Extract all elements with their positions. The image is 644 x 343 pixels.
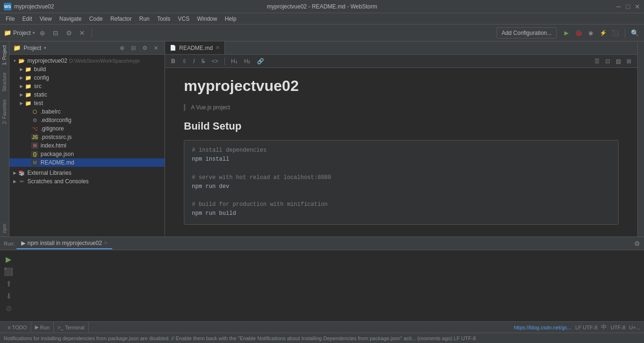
menu-tools[interactable]: Tools — [153, 15, 174, 23]
md-strikethrough-button[interactable]: S̶ — [199, 57, 207, 65]
app-name: myprojectvue02 — [14, 3, 54, 10]
run-clear-button[interactable]: ⊘ — [3, 303, 14, 313]
md-h1-button[interactable]: H₁ — [229, 57, 240, 65]
run-stop-button[interactable]: ⬛ — [3, 266, 14, 277]
tree-packagejson-item[interactable]: {} package.json — [9, 150, 165, 158]
md-split-view-button[interactable]: ⊡ — [603, 57, 612, 65]
menu-file[interactable]: File — [2, 15, 18, 23]
md-link-button[interactable]: 🔗 — [255, 57, 266, 65]
run-label: Run: — [4, 241, 15, 246]
ws-logo: WS — [4, 3, 11, 10]
tree-gitignore-item[interactable]: ⌥ .gitignore — [9, 124, 165, 133]
project-panel: 📁 Project ▾ ⊕ ⊟ ⚙ ✕ ▾ 📂 myprojectvue02 D… — [9, 41, 165, 237]
md-bold-button[interactable]: B — [169, 57, 178, 65]
static-folder-icon: 📁 — [25, 91, 32, 98]
tree-scratches-item[interactable]: ▶ ✏ Scratches and Consoles — [9, 177, 165, 186]
packagejson-label: package.json — [41, 151, 74, 157]
md-something-button[interactable]: ⇳ — [180, 57, 189, 65]
run-controls: ▶ 🐞 ◉ ⚡ ⬛ — [561, 27, 621, 39]
tree-src-item[interactable]: ▶ 📁 src — [9, 82, 165, 90]
menu-navigate[interactable]: Navigate — [56, 15, 85, 23]
md-grid-view-button[interactable]: ⊞ — [624, 57, 634, 65]
tab-readme-close[interactable]: ✕ — [215, 45, 220, 51]
run-tab-npm-close[interactable]: ✕ — [104, 240, 107, 245]
status-terminal[interactable]: >_ Terminal — [54, 322, 89, 333]
search-everywhere-button[interactable]: 🔍 — [629, 27, 640, 39]
bottom-tabs: Run: ▶ npm install in myprojectvue02 ✕ ⚙ — [0, 237, 644, 250]
coverage-button[interactable]: ◉ — [585, 27, 596, 39]
tree-static-item[interactable]: ▶ 📁 static — [9, 90, 165, 99]
maximize-button[interactable]: □ — [625, 4, 631, 9]
run-scroll-bottom-button[interactable]: ⬇ — [3, 291, 14, 301]
panel-settings-icon[interactable]: ⚙ — [140, 43, 149, 53]
minimize-button[interactable]: ─ — [616, 4, 621, 9]
run-play-button[interactable]: ▶ — [3, 254, 14, 264]
tree-postcssrc-item[interactable]: JS .postcssrc.js — [9, 133, 165, 141]
project-tab-vertical[interactable]: 1: Project — [0, 41, 9, 69]
tree-readmemd-item[interactable]: M README.md — [9, 158, 165, 167]
md-code-button[interactable]: <> — [209, 57, 221, 65]
status-todo[interactable]: ≡ TODO — [4, 322, 31, 333]
window-title: myprojectvue02 - README.md - WebStorm — [267, 3, 377, 10]
menu-edit[interactable]: Edit — [18, 15, 36, 23]
close-button[interactable]: ✕ — [635, 4, 640, 9]
title-controls[interactable]: ─ □ ✕ — [616, 4, 640, 9]
run-button[interactable]: ▶ — [561, 27, 572, 39]
project-dropdown-arrow: ▾ — [33, 30, 35, 35]
add-configuration-button[interactable]: Add Configuration... — [496, 27, 557, 39]
tree-root-item[interactable]: ▾ 📂 myprojectvue02 D:\WebStormWorkSpace\… — [9, 57, 165, 65]
md-h2-button[interactable]: H₂ — [242, 57, 253, 65]
menu-refactor[interactable]: Refactor — [107, 15, 135, 23]
readmemd-icon: M — [31, 159, 39, 166]
tree-indexhtml-item[interactable]: H index.html — [9, 141, 165, 150]
test-folder-icon: 📁 — [25, 100, 32, 106]
favorites-tab-vertical[interactable]: 2: Favorites — [0, 96, 9, 128]
code-block: # install dependencies npm install # ser… — [184, 140, 619, 225]
md-italic-button[interactable]: I — [191, 57, 197, 65]
tree-test-item[interactable]: ▶ 📁 test — [9, 99, 165, 107]
config-folder-icon: 📁 — [25, 74, 32, 81]
menu-view[interactable]: View — [36, 15, 56, 23]
debug-button[interactable]: 🐞 — [573, 27, 584, 39]
status-run[interactable]: ▶ Run — [31, 322, 54, 333]
status-link[interactable]: https://blog.csdn.net/gc... — [514, 325, 571, 330]
md-list-view-button[interactable]: ☰ — [592, 57, 602, 65]
panel-locate-icon[interactable]: ⊕ — [117, 43, 127, 53]
tree-editorconfig-item[interactable]: ⚙ .editorconfig — [9, 116, 165, 124]
run-tab-npm[interactable]: ▶ npm install in myprojectvue02 ✕ — [17, 238, 112, 249]
project-selector[interactable]: 📁 Project ▾ — [4, 29, 35, 36]
tree-build-item[interactable]: ▶ 📁 build — [9, 65, 165, 74]
stop-button[interactable]: ⬛ — [610, 27, 621, 39]
npm-tab-vertical[interactable]: npm — [0, 220, 9, 237]
extlibs-icon: 📚 — [18, 170, 25, 176]
extlibs-label: External Libraries — [27, 170, 71, 176]
tree-config-item[interactable]: ▶ 📁 config — [9, 74, 165, 82]
editor-content[interactable]: myprojectvue02 A Vue.js project Build Se… — [165, 68, 637, 237]
md-preview-button[interactable]: ▨ — [613, 57, 623, 65]
panel-title: Project — [24, 45, 41, 51]
tree-babelrc-item[interactable]: ⬡ .babelrc — [9, 107, 165, 116]
structure-tab-vertical[interactable]: Structure — [0, 69, 9, 96]
settings-button[interactable]: ⚙ — [63, 27, 74, 39]
profile-button[interactable]: ⚡ — [597, 27, 609, 39]
menu-run[interactable]: Run — [135, 15, 153, 23]
panel-collapse-icon[interactable]: ⊟ — [129, 43, 138, 53]
locate-button[interactable]: ⊕ — [37, 27, 48, 39]
readme-title: myprojectvue02 — [184, 77, 619, 95]
panel-close-icon[interactable]: ✕ — [151, 43, 161, 53]
close-panel-button[interactable]: ✕ — [76, 27, 88, 39]
collapse-button[interactable]: ⊟ — [50, 27, 61, 39]
panel-dropdown[interactable]: ▾ — [44, 45, 46, 50]
run-scroll-top-button[interactable]: ⬆ — [3, 278, 14, 289]
menu-vcs[interactable]: VCS — [174, 15, 193, 23]
status-right: https://blog.csdn.net/gc... LF UTF-8 中 U… — [514, 323, 640, 331]
root-path: D:\WebStormWorkSpace\mypr — [69, 58, 140, 64]
menu-code[interactable]: Code — [85, 15, 107, 23]
tab-readme[interactable]: 📄 README.md ✕ — [165, 41, 225, 54]
tree-external-libs[interactable]: ▶ 📚 External Libraries — [9, 169, 165, 177]
serve-cmd: npm run dev — [192, 183, 229, 190]
readme-subtitle: A Vue.js project — [184, 104, 619, 111]
menu-help[interactable]: Help — [221, 15, 240, 23]
bottom-settings-button[interactable]: ⚙ — [634, 240, 640, 247]
menu-window[interactable]: Window — [193, 15, 221, 23]
